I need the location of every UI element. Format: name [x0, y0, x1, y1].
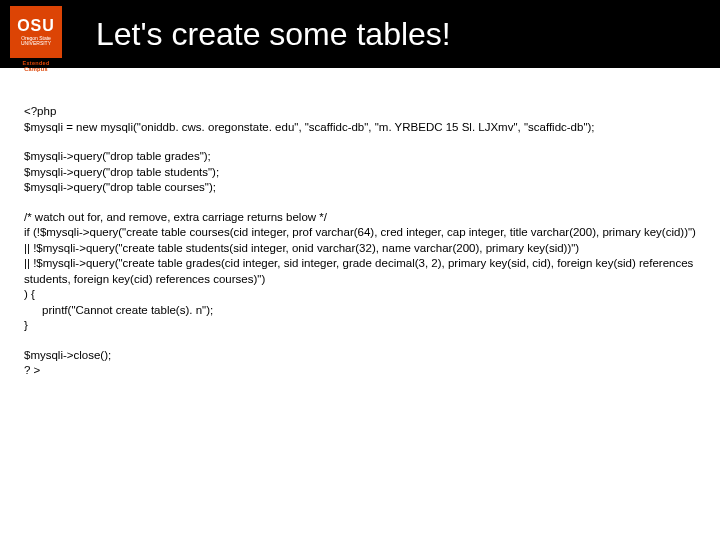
code-line: || !$mysqli->query("create table grades(…	[24, 256, 696, 287]
code-line: $mysqli->query("drop table grades");	[24, 149, 696, 165]
code-line: }	[24, 318, 696, 334]
code-line: <?php	[24, 104, 696, 120]
osu-logo: OSU Oregon State UNIVERSITY	[10, 6, 62, 58]
code-line: $mysqli->close();	[24, 348, 696, 364]
logo-tagline: Extended Campus	[10, 60, 62, 72]
header-bar: OSU Oregon State UNIVERSITY Extended Cam…	[0, 0, 720, 68]
code-line: printf("Cannot create table(s). n");	[24, 303, 696, 319]
slide-title: Let's create some tables!	[96, 16, 451, 53]
code-line: /* watch out for, and remove, extra carr…	[24, 210, 696, 226]
code-block-4: $mysqli->close(); ? >	[24, 348, 696, 379]
logo-text: OSU	[17, 18, 55, 34]
code-block-2: $mysqli->query("drop table grades"); $my…	[24, 149, 696, 196]
code-line: ) {	[24, 287, 696, 303]
slide-content: <?php $mysqli = new mysqli("oniddb. cws.…	[0, 68, 720, 379]
code-line: if (!$mysqli->query("create table course…	[24, 225, 696, 241]
code-line: $mysqli->query("drop table courses");	[24, 180, 696, 196]
code-line: ? >	[24, 363, 696, 379]
logo-square: OSU Oregon State UNIVERSITY	[10, 6, 62, 58]
code-line: $mysqli = new mysqli("oniddb. cws. orego…	[24, 120, 696, 136]
logo-subtext: Oregon State UNIVERSITY	[10, 36, 62, 47]
code-line: $mysqli->query("drop table students");	[24, 165, 696, 181]
code-block-3: /* watch out for, and remove, extra carr…	[24, 210, 696, 334]
code-block-1: <?php $mysqli = new mysqli("oniddb. cws.…	[24, 104, 696, 135]
code-line: || !$mysqli->query("create table student…	[24, 241, 696, 257]
